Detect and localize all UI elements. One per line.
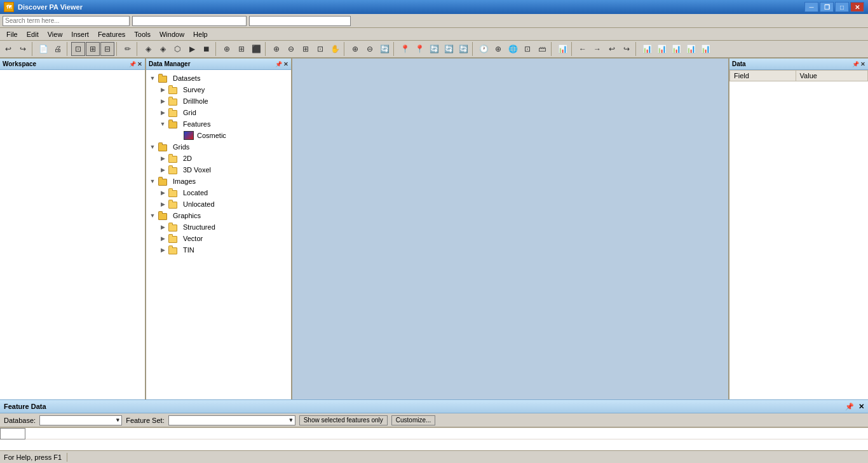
maximize-button[interactable]: □ bbox=[835, 2, 849, 12]
search-input[interactable] bbox=[3, 16, 130, 26]
expander-grids[interactable]: ▼ bbox=[149, 143, 156, 151]
data-manager-pin-button[interactable]: 📌 bbox=[275, 61, 282, 67]
expander-drillhole[interactable]: ▶ bbox=[159, 97, 166, 105]
expander-structured[interactable]: ▶ bbox=[159, 223, 166, 231]
time2-button[interactable]: ⊕ bbox=[491, 42, 505, 56]
extra5-button[interactable]: 📊 bbox=[698, 42, 712, 56]
chart1-button[interactable]: 📊 bbox=[555, 42, 569, 56]
tree-item-images[interactable]: ▼ Images bbox=[146, 176, 291, 187]
tool3-button[interactable]: ⬡ bbox=[170, 42, 184, 56]
show-selected-button[interactable]: Show selected features only bbox=[299, 415, 388, 425]
tree-item-grids[interactable]: ▼ Grids bbox=[146, 141, 291, 153]
tree-item-graphics[interactable]: ▼ Graphics bbox=[146, 210, 291, 221]
tree-item-2d[interactable]: ▶ 2D bbox=[146, 153, 291, 164]
tree-item-3dvoxel[interactable]: ▶ 3D Voxel bbox=[146, 164, 291, 176]
forward-button[interactable]: → bbox=[590, 42, 604, 56]
zoom-out-button[interactable]: ⊖ bbox=[284, 42, 298, 56]
extra2-button[interactable]: 📊 bbox=[654, 42, 668, 56]
tree-item-vector[interactable]: ▶ Vector bbox=[146, 233, 291, 244]
expander-vector[interactable]: ▶ bbox=[159, 235, 166, 242]
view2-button[interactable]: ⊞ bbox=[86, 42, 100, 56]
select-button[interactable]: ✏ bbox=[121, 42, 135, 56]
box1-button[interactable]: ⊡ bbox=[520, 42, 534, 56]
tree-item-structured[interactable]: ▶ Structured bbox=[146, 221, 291, 233]
menu-file[interactable]: File bbox=[3, 30, 22, 39]
ann4-button[interactable]: 🔄 bbox=[442, 42, 456, 56]
customize-button[interactable]: Customize... bbox=[391, 415, 436, 425]
rot2-button[interactable]: ⊖ bbox=[363, 42, 377, 56]
expander-grid[interactable]: ▶ bbox=[159, 109, 166, 116]
canvas-area[interactable] bbox=[292, 59, 728, 399]
tree-item-cosmetic[interactable]: Cosmetic bbox=[146, 130, 291, 141]
expander-unlocated[interactable]: ▶ bbox=[159, 200, 166, 208]
next-button[interactable]: ↪ bbox=[620, 42, 634, 56]
new-button[interactable]: 📄 bbox=[36, 42, 50, 56]
tool5-button[interactable]: ⏹ bbox=[200, 42, 214, 56]
menu-insert[interactable]: Insert bbox=[67, 30, 93, 39]
tree-item-datasets[interactable]: ▼ Datasets bbox=[146, 73, 291, 84]
back-button[interactable]: ← bbox=[576, 42, 590, 56]
prev-button[interactable]: ↩ bbox=[605, 42, 619, 56]
feature-grid-cell-1[interactable] bbox=[0, 428, 25, 439]
expander-located[interactable]: ▶ bbox=[159, 189, 166, 197]
expander-features[interactable]: ▼ bbox=[159, 120, 166, 128]
close-button[interactable]: ✕ bbox=[850, 2, 864, 12]
expander-graphics[interactable]: ▼ bbox=[149, 212, 156, 219]
view3-button[interactable]: ⊟ bbox=[100, 42, 114, 56]
expander-survey[interactable]: ▶ bbox=[159, 86, 166, 93]
expander-datasets[interactable]: ▼ bbox=[149, 74, 156, 82]
nav2-button[interactable]: ⊞ bbox=[234, 42, 248, 56]
zoom-pan-button[interactable]: ✋ bbox=[328, 42, 342, 56]
tool1-button[interactable]: ◈ bbox=[141, 42, 155, 56]
tree-item-drillhole[interactable]: ▶ Drillhole bbox=[146, 95, 291, 107]
minimize-button[interactable]: ─ bbox=[804, 2, 818, 12]
tree-item-unlocated[interactable]: ▶ Unlocated bbox=[146, 198, 291, 210]
database-combo[interactable]: ▼ bbox=[39, 415, 122, 425]
ann1-button[interactable]: 📍 bbox=[398, 42, 412, 56]
menu-features[interactable]: Features bbox=[94, 30, 129, 39]
menu-window[interactable]: Window bbox=[156, 30, 188, 39]
redo-button[interactable]: ↪ bbox=[16, 42, 30, 56]
tree-item-located[interactable]: ▶ Located bbox=[146, 187, 291, 198]
workspace-tree[interactable] bbox=[0, 70, 145, 399]
expander-cosmetic[interactable] bbox=[174, 132, 182, 139]
restore-button[interactable]: ❐ bbox=[820, 2, 834, 12]
undo-button[interactable]: ↩ bbox=[1, 42, 15, 56]
expander-images[interactable]: ▼ bbox=[149, 177, 156, 185]
zoom-in-button[interactable]: ⊕ bbox=[269, 42, 283, 56]
address-input[interactable] bbox=[132, 16, 247, 26]
print-button[interactable]: 🖨 bbox=[51, 42, 65, 56]
ann5-button[interactable]: 🔄 bbox=[456, 42, 470, 56]
globe-button[interactable]: 🌐 bbox=[506, 42, 520, 56]
menu-tools[interactable]: Tools bbox=[130, 30, 154, 39]
tree-item-tin[interactable]: ▶ TIN bbox=[146, 244, 291, 256]
nav3-button[interactable]: ⬛ bbox=[249, 42, 263, 56]
tree-item-grid[interactable]: ▶ Grid bbox=[146, 107, 291, 118]
menu-edit[interactable]: Edit bbox=[23, 30, 43, 39]
workspace-close-button[interactable]: ✕ bbox=[137, 61, 142, 67]
expander-2d[interactable]: ▶ bbox=[159, 155, 166, 162]
feature-set-combo[interactable]: ▼ bbox=[168, 415, 295, 425]
data-panel-pin-button[interactable]: 📌 bbox=[852, 61, 859, 67]
extra3-button[interactable]: 📊 bbox=[669, 42, 683, 56]
ann2-button[interactable]: 📍 bbox=[412, 42, 426, 56]
time1-button[interactable]: 🕐 bbox=[477, 42, 491, 56]
data-manager-close-button[interactable]: ✕ bbox=[283, 61, 288, 67]
feature-data-pin-button[interactable]: 📌 bbox=[845, 403, 854, 410]
box2-button[interactable]: 🗃 bbox=[535, 42, 549, 56]
data-panel-close-button[interactable]: ✕ bbox=[860, 61, 865, 67]
extra1-button[interactable]: 📊 bbox=[640, 42, 654, 56]
tool2-button[interactable]: ◈ bbox=[156, 42, 170, 56]
zoom-fit-button[interactable]: ⊞ bbox=[299, 42, 313, 56]
zoom-box-button[interactable]: ⊡ bbox=[313, 42, 327, 56]
expander-tin[interactable]: ▶ bbox=[159, 246, 166, 254]
menu-help[interactable]: Help bbox=[189, 30, 212, 39]
tool4-button[interactable]: ▶ bbox=[185, 42, 199, 56]
rot3-button[interactable]: 🔄 bbox=[377, 42, 391, 56]
workspace-pin-button[interactable]: 📌 bbox=[129, 61, 136, 67]
ann3-button[interactable]: 🔄 bbox=[427, 42, 441, 56]
feature-data-close-button[interactable]: ✕ bbox=[858, 403, 864, 410]
url-input[interactable] bbox=[249, 16, 351, 26]
tree-item-features[interactable]: ▼ Features bbox=[146, 118, 291, 130]
expander-3dvoxel[interactable]: ▶ bbox=[159, 166, 166, 174]
